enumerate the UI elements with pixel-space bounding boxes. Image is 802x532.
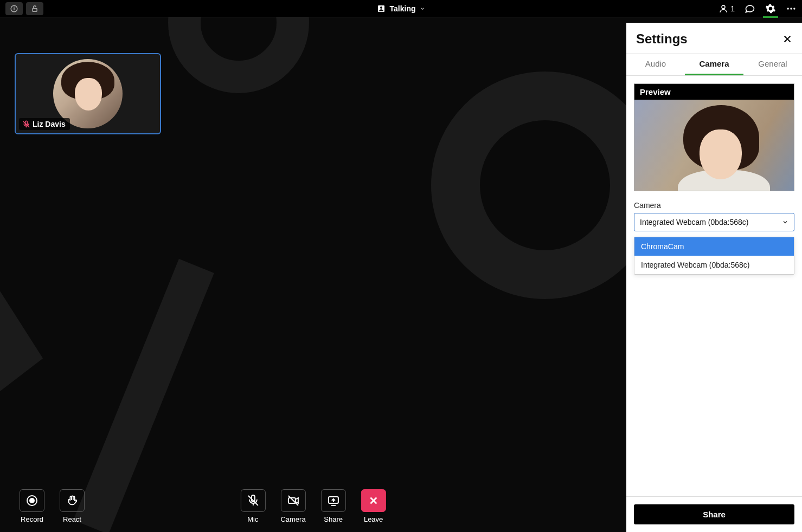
info-icon [10,5,18,12]
svg-point-2 [14,7,15,7]
control-group-center: Mic Camera Share Leave [240,489,386,523]
camera-option-chromacam[interactable]: ChromaCam [634,237,794,256]
tab-camera[interactable]: Camera [685,54,743,75]
svg-point-6 [722,5,725,9]
close-icon [368,495,380,507]
settings-header: Settings [626,23,802,53]
video-area: Liz Davis Record React M [0,17,626,532]
more-button[interactable] [786,3,797,14]
control-bar: Record React Mic Camera [0,481,626,532]
lock-button[interactable] [26,2,43,15]
close-icon [782,34,792,44]
settings-body: Preview Camera Integrated Webcam (0bda:5… [626,76,802,496]
leave-control[interactable]: Leave [361,489,386,523]
camera-selected-value: Integrated Webcam (0bda:568c) [640,218,749,226]
person-icon [718,4,728,14]
hand-icon [66,495,78,507]
participants-button[interactable]: 1 [718,4,735,14]
chevron-down-icon [782,219,788,225]
topbar-left [5,2,43,15]
participant-tile[interactable]: Liz Davis [15,53,161,134]
gear-icon [765,3,776,14]
record-label: Record [21,515,43,523]
camera-field-label: Camera [634,201,794,210]
camera-preview: Preview [634,83,794,191]
mic-muted-icon [22,120,30,128]
svg-line-18 [288,496,298,505]
chat-icon [745,3,755,14]
svg-rect-3 [33,8,37,11]
participant-count: 1 [730,4,735,13]
mic-label: Mic [247,515,258,523]
camera-off-icon [287,494,300,507]
camera-label: Camera [280,515,305,523]
top-bar: Talking 1 [0,0,802,17]
settings-panel: Settings Audio Camera General Preview Ca… [626,23,802,532]
camera-control[interactable]: Camera [280,489,305,523]
leave-label: Leave [364,515,383,523]
topbar-right: 1 [718,3,797,14]
person-status-icon [377,4,386,13]
settings-title: Settings [636,31,688,47]
participant-name-badge: Liz Davis [19,118,70,130]
info-button[interactable] [5,2,23,15]
record-icon [25,494,39,507]
tab-general[interactable]: General [743,54,802,75]
share-control[interactable]: Share [321,489,346,523]
unlock-icon [31,5,39,12]
close-settings-button[interactable] [782,34,792,44]
camera-option-integrated[interactable]: Integrated Webcam (0bda:568c) [634,256,794,274]
preview-image [634,100,794,191]
svg-point-8 [790,8,792,9]
share-settings-button[interactable]: Share [634,504,794,524]
svg-point-5 [380,7,382,9]
share-label: Share [324,515,343,523]
chat-button[interactable] [745,3,755,14]
status-label: Talking [390,4,416,13]
participant-name: Liz Davis [33,120,66,128]
preview-label: Preview [634,84,794,100]
svg-point-13 [30,498,34,503]
chevron-down-icon [420,6,425,11]
control-group-left: Record React [20,489,85,523]
react-control[interactable]: React [60,489,85,523]
camera-select[interactable]: Integrated Webcam (0bda:568c) [634,213,794,231]
settings-tabs: Audio Camera General [626,53,802,76]
mic-off-icon [246,494,259,507]
tab-audio[interactable]: Audio [626,54,685,75]
more-icon [786,3,797,14]
mic-control[interactable]: Mic [240,489,265,523]
svg-point-9 [793,8,795,9]
svg-point-7 [787,8,789,9]
camera-dropdown: ChromaCam Integrated Webcam (0bda:568c) [634,237,794,275]
call-status[interactable]: Talking [377,4,426,13]
record-control[interactable]: Record [20,489,44,523]
settings-footer: Share [626,496,802,532]
share-screen-icon [327,494,340,507]
react-label: React [63,515,81,523]
settings-button[interactable] [765,3,776,14]
